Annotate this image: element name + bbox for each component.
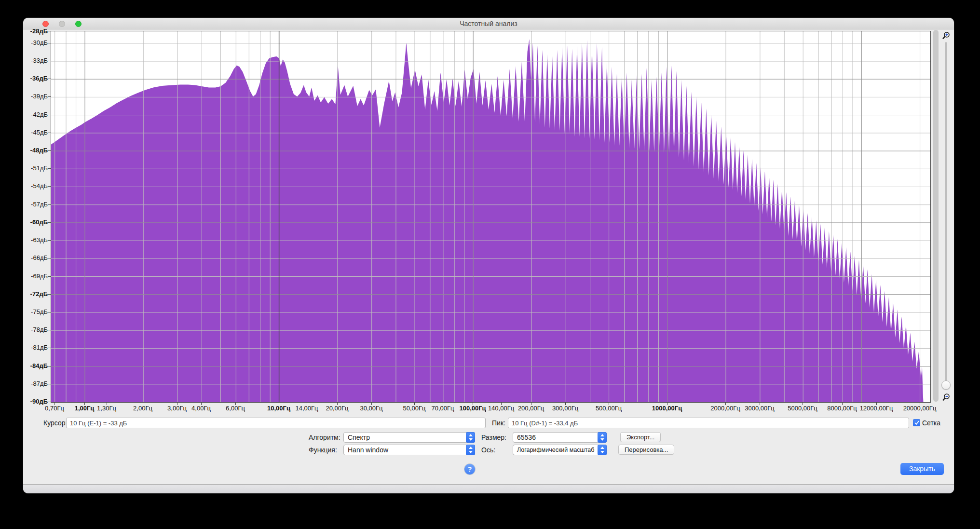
x-axis-label: 4,00Гц — [191, 405, 211, 412]
axis-select[interactable]: Логарифмический масштаб — [513, 445, 607, 455]
stepper-arrows-icon — [466, 445, 475, 455]
size-select[interactable]: 65536 — [513, 432, 607, 443]
x-axis-tick — [876, 403, 877, 405]
x-axis-label: 5000,00Гц — [788, 405, 817, 412]
y-axis-label: -69дБ — [23, 272, 48, 280]
x-axis-tick — [107, 403, 107, 405]
x-axis-tick — [531, 403, 531, 405]
checkmark-icon — [914, 420, 919, 425]
x-axis-tick — [371, 403, 372, 405]
y-axis-tick — [48, 61, 51, 61]
y-axis-tick — [48, 294, 51, 295]
window-footer — [23, 484, 954, 493]
y-axis-label: -57дБ — [23, 201, 48, 208]
spectrum-svg — [51, 31, 930, 402]
function-value: Hann window — [348, 446, 388, 454]
x-axis-label: 500,00Гц — [596, 405, 622, 412]
x-axis-tick — [760, 403, 760, 405]
x-axis-tick — [443, 403, 443, 405]
peak-readout-field[interactable] — [508, 418, 909, 428]
x-axis-label: 6,00Гц — [226, 405, 245, 412]
zoom-out-icon[interactable] — [941, 393, 951, 403]
x-axis-label: 300,00Гц — [552, 405, 578, 412]
y-axis-label: -84дБ — [23, 362, 48, 370]
redraw-button[interactable]: Перерисовка... — [618, 445, 674, 455]
y-axis-label: -81дБ — [23, 344, 48, 352]
window-title: Частотный анализ — [23, 20, 954, 27]
y-axis-label: -30дБ — [23, 39, 48, 47]
algorithm-label: Алгоритм: — [309, 432, 340, 443]
title-bar[interactable]: Частотный анализ — [23, 18, 954, 29]
x-axis-label: 20000,00Гц — [903, 405, 937, 412]
zoom-slider-thumb[interactable] — [941, 380, 951, 390]
x-axis-tick — [667, 403, 667, 405]
y-axis-tick — [48, 402, 51, 402]
y-axis-label: -48дБ — [23, 147, 48, 154]
y-axis-label: -36дБ — [23, 75, 48, 82]
y-axis-tick — [48, 312, 51, 312]
y-axis-label: -45дБ — [23, 129, 48, 136]
y-axis-tick — [48, 31, 51, 31]
y-axis-tick — [48, 96, 51, 97]
x-axis-label: 10,00Гц — [267, 405, 290, 412]
x-axis-label: 100,00Гц — [459, 405, 486, 412]
x-axis-tick — [565, 403, 566, 405]
stepper-arrows-icon — [598, 445, 607, 455]
x-axis-tick — [54, 403, 55, 405]
algorithm-value: Спектр — [348, 434, 370, 441]
y-axis-tick — [48, 186, 51, 187]
y-axis-label: -39дБ — [23, 93, 48, 100]
y-axis-label: -63дБ — [23, 236, 48, 244]
x-axis-label: 3,00Гц — [167, 405, 187, 412]
algorithm-select[interactable]: Спектр — [343, 432, 475, 443]
stepper-arrows-icon — [466, 432, 475, 443]
y-axis-label: -28дБ — [23, 27, 48, 35]
x-axis-label: 1,00Гц — [75, 405, 95, 412]
x-axis-label: 20,00Гц — [326, 405, 348, 412]
x-axis-tick — [803, 403, 803, 405]
size-value: 65536 — [517, 434, 536, 441]
x-axis-tick — [143, 403, 143, 405]
x-axis-tick — [177, 403, 177, 405]
x-axis-label: 0,70Гц — [45, 405, 64, 412]
x-axis-tick — [725, 403, 726, 405]
export-button[interactable]: Экспорт... — [620, 432, 661, 442]
zoom-in-icon[interactable] — [941, 31, 951, 41]
y-axis-label: -87дБ — [23, 380, 48, 388]
vertical-scrollbar[interactable] — [933, 30, 939, 402]
x-axis-tick — [501, 403, 502, 405]
grid-checkbox-label: Сетка — [922, 418, 940, 428]
y-axis-tick — [48, 133, 51, 133]
function-label: Функция: — [309, 445, 337, 455]
help-button[interactable]: ? — [464, 464, 475, 475]
screenshot-stage: Частотный анализ -28дБ-30дБ-33дБ-36дБ-39… — [0, 0, 980, 529]
x-axis-label: 30,00Гц — [360, 405, 382, 412]
x-axis-label: 2,00Гц — [133, 405, 152, 412]
x-axis-label: 3000,00Гц — [745, 405, 774, 412]
axis-label: Ось: — [481, 445, 495, 455]
y-axis-label: -66дБ — [23, 254, 48, 262]
x-axis-label: 140,00Гц — [488, 405, 514, 412]
x-axis-label: 200,00Гц — [518, 405, 544, 412]
grid-checkbox[interactable] — [913, 419, 920, 426]
y-axis-tick — [48, 276, 51, 277]
x-axis-tick — [842, 403, 843, 405]
spectrum-plot[interactable] — [51, 31, 931, 403]
y-axis-label: -72дБ — [23, 290, 48, 298]
x-axis-tick — [279, 403, 279, 405]
y-axis-label: -60дБ — [23, 218, 48, 226]
x-axis-tick — [920, 403, 920, 405]
y-axis-label: -78дБ — [23, 326, 48, 334]
zoom-slider-track[interactable] — [945, 42, 947, 385]
x-axis-tick — [201, 403, 202, 405]
close-button[interactable]: Закрыть — [900, 463, 944, 475]
y-axis-tick — [48, 366, 51, 366]
y-axis-tick — [48, 204, 51, 205]
frequency-analysis-window: Частотный анализ -28дБ-30дБ-33дБ-36дБ-39… — [23, 18, 954, 493]
cursor-readout-field[interactable] — [66, 418, 486, 428]
function-select[interactable]: Hann window — [343, 445, 475, 455]
x-axis-tick — [414, 403, 415, 405]
y-axis-label: -51дБ — [23, 164, 48, 172]
size-label: Размер: — [481, 432, 506, 443]
y-axis-tick — [48, 240, 51, 241]
